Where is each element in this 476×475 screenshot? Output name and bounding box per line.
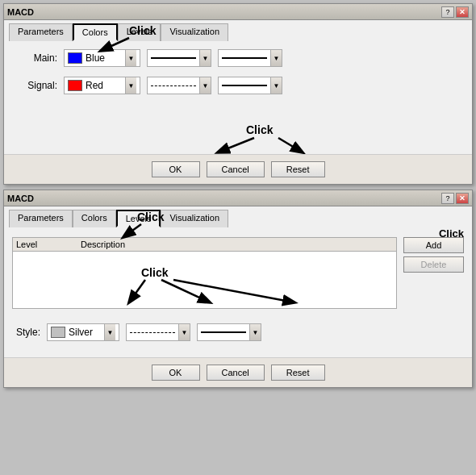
cancel-button-1[interactable]: Cancel xyxy=(207,161,265,177)
window-macd-2: MACD ? ✕ Click Parameters Colors Le xyxy=(3,190,473,388)
signal-line-arrow-1[interactable]: ▼ xyxy=(199,77,211,94)
tab-levels-1[interactable]: Levels xyxy=(118,23,161,41)
style-color-arrow[interactable]: ▼ xyxy=(104,324,115,340)
click-add-label: Click xyxy=(439,227,464,240)
tabs-bar-1: Parameters Colors Levels Visualization xyxy=(4,20,472,41)
solid-line-3 xyxy=(222,85,267,86)
dashed-line-1 xyxy=(151,85,196,86)
style-line-arrow-1[interactable]: ▼ xyxy=(178,324,190,340)
title-controls-1: ? ✕ xyxy=(441,6,469,18)
colors-content: Main: Blue ▼ ▼ ▼ xyxy=(4,41,472,154)
tab-colors-1[interactable]: Colors xyxy=(73,23,118,41)
solid-line-2 xyxy=(222,57,267,59)
levels-body xyxy=(13,252,396,308)
style-line-dropdown-2[interactable]: ▼ xyxy=(197,323,261,341)
signal-color-dropdown[interactable]: Red ▼ xyxy=(64,77,140,94)
close-button-2[interactable]: ✕ xyxy=(456,193,469,204)
style-color-name: Silver xyxy=(69,327,93,338)
levels-header: Level Description xyxy=(13,238,396,252)
solid-line-1 xyxy=(151,57,196,59)
main-row: Main: Blue ▼ ▼ ▼ xyxy=(17,49,459,67)
levels-content: Click Level Description Add Delete xyxy=(4,227,472,357)
tab-parameters-1[interactable]: Parameters xyxy=(9,23,73,41)
svg-line-3 xyxy=(218,138,254,152)
main-line-arrow-2[interactable]: ▼ xyxy=(270,50,282,66)
signal-line-arrow-2[interactable]: ▼ xyxy=(270,77,282,94)
reset-button-2[interactable]: Reset xyxy=(271,365,325,381)
signal-color-swatch xyxy=(68,80,82,91)
close-button-1[interactable]: ✕ xyxy=(456,6,469,18)
levels-table-area: Level Description xyxy=(12,237,397,315)
svg-text:Click: Click xyxy=(246,123,273,136)
style-color-dropdown[interactable]: Silver ▼ xyxy=(47,323,119,341)
tab-visualization-1[interactable]: Visualization xyxy=(161,23,228,41)
window-title-2: MACD xyxy=(7,194,34,203)
ok-button-2[interactable]: OK xyxy=(152,365,200,381)
levels-buttons: Add Delete xyxy=(403,237,464,315)
cancel-button-2[interactable]: Cancel xyxy=(207,365,265,381)
signal-line-preview-2 xyxy=(219,77,270,94)
main-color-swatch xyxy=(68,52,82,64)
button-bar-2: OK Cancel Reset xyxy=(4,357,472,387)
window-macd-1: MACD ? ✕ Click Parameters Colors Le xyxy=(3,3,473,185)
signal-line-preview-1 xyxy=(148,77,199,94)
style-label: Style: xyxy=(12,327,40,338)
main-color-arrow[interactable]: ▼ xyxy=(125,50,136,66)
panel-2: Click Parameters Colors Levels Visualiza… xyxy=(4,206,472,387)
panel-1: Click Parameters Colors Levels Visualiza… xyxy=(4,20,472,184)
style-line-arrow-2[interactable]: ▼ xyxy=(249,324,261,340)
main-label: Main: xyxy=(17,52,57,64)
col-level: Level xyxy=(16,240,81,249)
signal-color-arrow[interactable]: ▼ xyxy=(125,77,136,94)
main-line-style-2[interactable]: ▼ xyxy=(218,49,282,67)
main-line-preview-2 xyxy=(219,50,270,66)
ok-button-1[interactable]: OK xyxy=(152,161,200,177)
main-color-dropdown[interactable]: Blue ▼ xyxy=(64,49,140,67)
delete-button[interactable]: Delete xyxy=(403,256,464,273)
window-title-1: MACD xyxy=(7,7,34,17)
solid-line-s2 xyxy=(201,331,246,333)
main-line-style-1[interactable]: ▼ xyxy=(147,49,211,67)
help-button-2[interactable]: ? xyxy=(441,193,454,204)
levels-main-area: Level Description Add Delete xyxy=(12,237,464,315)
help-button-1[interactable]: ? xyxy=(441,6,454,18)
signal-row: Signal: Red ▼ ▼ ▼ xyxy=(17,77,459,94)
signal-color-name: Red xyxy=(86,80,103,91)
style-color-swatch xyxy=(51,327,65,338)
levels-table: Level Description xyxy=(12,237,397,309)
tab-visualization-2[interactable]: Visualization xyxy=(161,210,228,227)
col-description: Description xyxy=(81,240,125,249)
dashed-line-s1 xyxy=(130,332,175,333)
signal-line-style-1[interactable]: ▼ xyxy=(147,77,211,94)
reset-button-1[interactable]: Reset xyxy=(271,161,325,177)
main-color-name: Blue xyxy=(86,52,105,64)
main-line-arrow-1[interactable]: ▼ xyxy=(199,50,211,66)
main-line-preview-1 xyxy=(148,50,199,66)
title-bar-2: MACD ? ✕ xyxy=(4,190,472,206)
button-bar-1: OK Cancel Reset xyxy=(4,154,472,184)
style-row: Style: Silver ▼ ▼ ▼ xyxy=(12,323,464,341)
tabs-bar-2: Parameters Colors Levels Visualization xyxy=(4,206,472,227)
tab-parameters-2[interactable]: Parameters xyxy=(9,210,73,227)
signal-label: Signal: xyxy=(17,80,57,91)
title-controls-2: ? ✕ xyxy=(441,193,469,204)
tab-colors-2[interactable]: Colors xyxy=(73,210,116,227)
style-line-preview-1 xyxy=(127,324,178,340)
add-button[interactable]: Add xyxy=(403,237,464,253)
svg-line-4 xyxy=(278,138,303,152)
tab-levels-2[interactable]: Levels xyxy=(116,210,161,227)
signal-line-style-2[interactable]: ▼ xyxy=(218,77,282,94)
style-line-preview-2 xyxy=(198,324,249,340)
title-bar-1: MACD ? ✕ xyxy=(4,4,472,20)
style-line-dropdown-1[interactable]: ▼ xyxy=(126,323,190,341)
